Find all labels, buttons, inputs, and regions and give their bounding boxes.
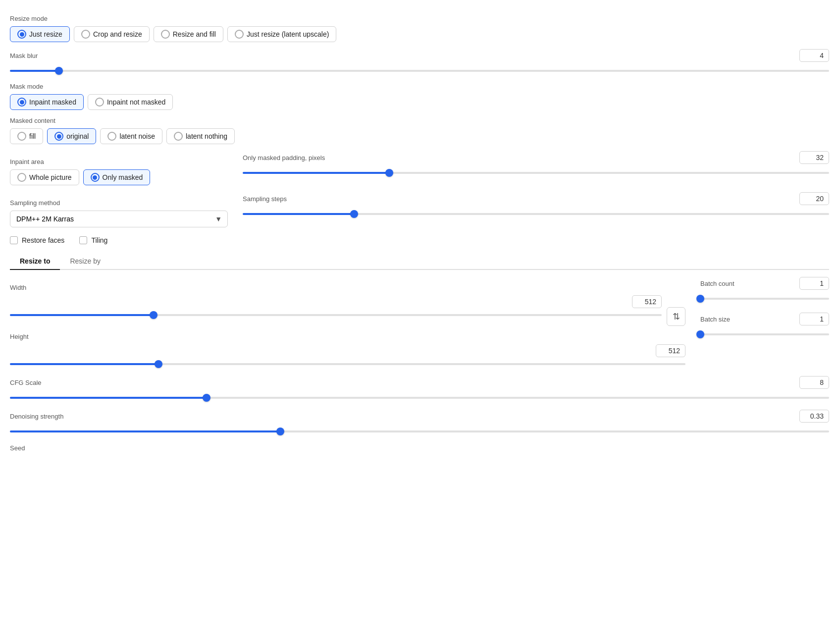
tab-resize-to[interactable]: Resize to	[10, 253, 60, 270]
batch-size-value[interactable]: 1	[799, 313, 829, 325]
width-thumb[interactable]	[150, 311, 157, 319]
batch-count-thumb[interactable]	[696, 295, 704, 303]
masked-content-latent-nothing[interactable]: latent nothing	[166, 128, 235, 144]
only-masked-padding-fill	[243, 172, 389, 174]
mask-blur-slider[interactable]	[10, 66, 829, 76]
width-fill	[10, 314, 154, 316]
radio-crop-resize-circle	[81, 30, 90, 39]
inpaint-area-only-masked[interactable]: Only masked	[83, 169, 151, 185]
mask-mode-inpaint-not-masked[interactable]: Inpaint not masked	[88, 94, 173, 110]
mask-mode-inpaint-masked-label: Inpaint masked	[29, 98, 76, 106]
width-track	[10, 314, 662, 316]
height-track	[10, 363, 685, 365]
restore-tiling-row: Restore faces Tiling	[10, 236, 829, 244]
resize-mode-label: Resize mode	[10, 15, 829, 22]
only-masked-padding-value[interactable]: 32	[799, 151, 829, 164]
denoising-strength-thumb[interactable]	[276, 428, 284, 435]
masked-content-latent-noise[interactable]: latent noise	[100, 128, 162, 144]
width-value[interactable]: 512	[632, 295, 662, 308]
swap-icon: ⇅	[673, 311, 680, 322]
sampling-steps-section: Sampling steps 20	[243, 192, 829, 227]
sampling-steps-track	[243, 213, 829, 215]
cfg-scale-thumb[interactable]	[203, 394, 210, 402]
swap-btn-wrapper: ⇅	[667, 295, 685, 326]
sampling-method-select[interactable]: DPM++ 2M Karras Euler a Euler LMS Heun D…	[10, 211, 228, 227]
batch-size-section: Batch size 1	[700, 313, 829, 339]
tab-resize-by[interactable]: Resize by	[60, 253, 110, 270]
only-masked-padding-slider[interactable]	[243, 168, 829, 178]
inpaint-area-only-masked-label: Only masked	[103, 173, 143, 181]
mask-blur-section: Mask blur 4	[10, 49, 829, 76]
masked-content-label: Masked content	[10, 117, 829, 124]
cfg-scale-section: CFG Scale 8	[10, 376, 829, 403]
cfg-scale-label: CFG Scale	[10, 379, 42, 386]
tiling-checkbox[interactable]	[79, 236, 87, 244]
resize-tabs-container: Resize to Resize by	[10, 253, 829, 270]
height-value[interactable]: 512	[656, 344, 685, 357]
sampling-method-wrapper: DPM++ 2M Karras Euler a Euler LMS Heun D…	[10, 211, 228, 227]
sampling-steps-slider[interactable]	[243, 209, 829, 219]
mask-blur-value[interactable]: 4	[799, 49, 829, 62]
resize-mode-resize-and-fill[interactable]: Resize and fill	[154, 26, 223, 42]
seed-label: Seed	[10, 444, 829, 452]
batch-count-slider[interactable]	[700, 294, 829, 304]
width-label: Width	[10, 284, 685, 291]
batch-size-label: Batch size	[700, 316, 730, 323]
size-batch-grid: Width 512 ⇅	[10, 277, 829, 369]
height-slider[interactable]	[10, 359, 685, 369]
inpaint-area-label: Inpaint area	[10, 158, 228, 165]
masked-content-section: Masked content fill original latent nois…	[10, 117, 829, 144]
swap-dimensions-button[interactable]: ⇅	[667, 307, 685, 326]
inpaint-area-whole-picture[interactable]: Whole picture	[10, 169, 79, 185]
sampling-steps-value[interactable]: 20	[799, 192, 829, 205]
batch-count-value[interactable]: 1	[799, 277, 829, 290]
sampling-row: Sampling method DPM++ 2M Karras Euler a …	[10, 192, 829, 227]
cfg-scale-track	[10, 397, 829, 399]
cfg-scale-slider[interactable]	[10, 393, 829, 403]
batch-size-slider[interactable]	[700, 329, 829, 339]
resize-mode-group: Just resize Crop and resize Resize and f…	[10, 26, 829, 42]
resize-mode-crop-and-resize-label: Crop and resize	[93, 30, 142, 38]
sampling-steps-label: Sampling steps	[243, 195, 287, 203]
radio-fill-circle	[17, 132, 26, 141]
resize-mode-crop-and-resize[interactable]: Crop and resize	[74, 26, 150, 42]
denoising-strength-section: Denoising strength 0.33	[10, 410, 829, 436]
height-thumb[interactable]	[155, 360, 162, 368]
mask-mode-inpaint-masked[interactable]: Inpaint masked	[10, 94, 84, 110]
mask-blur-thumb[interactable]	[55, 67, 63, 75]
masked-content-fill[interactable]: fill	[10, 128, 43, 144]
width-area: 512 ⇅	[10, 295, 685, 326]
inpaint-area-section: Inpaint area Whole picture Only masked	[10, 151, 228, 185]
restore-faces-label: Restore faces	[22, 236, 64, 244]
tiling-option[interactable]: Tiling	[79, 236, 107, 244]
denoising-strength-label: Denoising strength	[10, 413, 63, 420]
restore-faces-option[interactable]: Restore faces	[10, 236, 64, 244]
height-label: Height	[10, 333, 685, 340]
denoising-strength-value[interactable]: 0.33	[799, 410, 829, 423]
mask-blur-fill	[10, 70, 59, 72]
resize-mode-latent-upscale[interactable]: Just resize (latent upscale)	[227, 26, 337, 42]
masked-content-original[interactable]: original	[47, 128, 96, 144]
batch-size-thumb[interactable]	[696, 330, 704, 338]
resize-tabs-row: Resize to Resize by	[10, 253, 829, 270]
sampling-method-label: Sampling method	[10, 199, 228, 207]
sampling-steps-fill	[243, 213, 354, 215]
masked-content-latent-nothing-label: latent nothing	[186, 132, 227, 140]
seed-section: Seed	[10, 444, 829, 452]
mask-mode-section: Mask mode Inpaint masked Inpaint not mas…	[10, 83, 829, 110]
denoising-strength-slider[interactable]	[10, 427, 829, 436]
batch-count-track	[700, 298, 829, 300]
only-masked-padding-thumb[interactable]	[385, 169, 393, 177]
width-slider[interactable]	[10, 310, 662, 320]
size-section: Width 512 ⇅	[10, 277, 685, 369]
cfg-scale-value[interactable]: 8	[799, 376, 829, 389]
radio-latent-nothing-circle	[174, 132, 183, 141]
mask-mode-label: Mask mode	[10, 83, 829, 90]
restore-faces-checkbox[interactable]	[10, 236, 18, 244]
mask-mode-inpaint-not-masked-label: Inpaint not masked	[107, 98, 165, 106]
sampling-steps-thumb[interactable]	[350, 210, 358, 218]
tiling-label: Tiling	[91, 236, 107, 244]
batch-col: Batch count 1 Batch size 1	[700, 277, 829, 369]
resize-mode-just-resize[interactable]: Just resize	[10, 26, 70, 42]
mask-blur-track	[10, 70, 829, 72]
